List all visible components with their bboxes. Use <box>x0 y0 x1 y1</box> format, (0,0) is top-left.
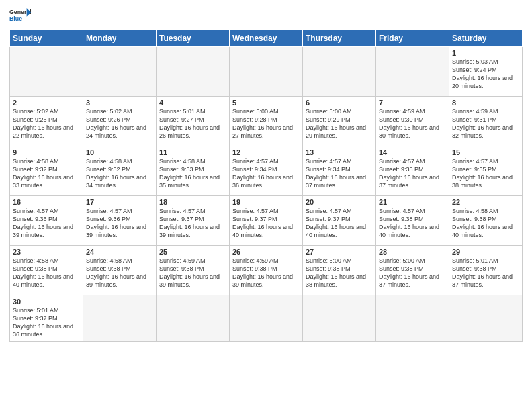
week-row-2: 2Sunrise: 5:02 AM Sunset: 9:25 PM Daylig… <box>10 97 523 146</box>
calendar-cell: 6Sunrise: 5:00 AM Sunset: 9:29 PM Daylig… <box>303 97 376 146</box>
calendar-cell: 30Sunrise: 5:01 AM Sunset: 9:37 PM Dayli… <box>10 295 83 342</box>
day-info: Sunrise: 5:00 AM Sunset: 9:29 PM Dayligh… <box>306 107 373 140</box>
day-number: 15 <box>452 148 519 156</box>
calendar-cell: 2Sunrise: 5:02 AM Sunset: 9:25 PM Daylig… <box>10 97 83 146</box>
calendar-cell: 3Sunrise: 5:02 AM Sunset: 9:26 PM Daylig… <box>83 97 157 146</box>
day-number: 14 <box>379 148 446 156</box>
calendar-cell: 8Sunrise: 4:59 AM Sunset: 9:31 PM Daylig… <box>449 97 523 146</box>
svg-text:Blue: Blue <box>9 15 22 22</box>
day-number: 5 <box>232 99 300 107</box>
day-info: Sunrise: 4:58 AM Sunset: 9:38 PM Dayligh… <box>86 257 153 289</box>
column-header-tuesday: Tuesday <box>157 30 230 47</box>
calendar-cell <box>230 295 303 342</box>
calendar-body: 1Sunrise: 5:03 AM Sunset: 9:24 PM Daylig… <box>10 47 523 342</box>
day-number: 26 <box>232 248 300 256</box>
day-info: Sunrise: 4:58 AM Sunset: 9:38 PM Dayligh… <box>13 257 80 289</box>
calendar-cell: 29Sunrise: 5:01 AM Sunset: 9:38 PM Dayli… <box>449 246 523 295</box>
day-info: Sunrise: 5:03 AM Sunset: 9:24 PM Dayligh… <box>452 58 519 91</box>
header: General Blue <box>9 7 523 26</box>
calendar-cell: 22Sunrise: 4:58 AM Sunset: 9:38 PM Dayli… <box>449 196 523 246</box>
day-number: 11 <box>159 148 226 156</box>
day-number: 25 <box>159 248 226 256</box>
column-header-thursday: Thursday <box>303 30 376 47</box>
calendar-cell: 15Sunrise: 4:57 AM Sunset: 9:35 PM Dayli… <box>449 146 523 196</box>
day-info: Sunrise: 4:59 AM Sunset: 9:38 PM Dayligh… <box>159 257 226 289</box>
day-number: 10 <box>86 148 153 156</box>
day-number: 12 <box>232 148 300 156</box>
day-number: 21 <box>379 198 446 206</box>
calendar-cell <box>303 295 376 342</box>
day-number: 16 <box>13 198 80 206</box>
calendar-cell <box>376 47 449 97</box>
calendar-cell <box>10 47 83 97</box>
day-number: 22 <box>452 198 519 206</box>
calendar-cell <box>83 295 157 342</box>
day-info: Sunrise: 4:57 AM Sunset: 9:37 PM Dayligh… <box>306 207 373 240</box>
column-header-friday: Friday <box>376 30 449 47</box>
day-info: Sunrise: 4:57 AM Sunset: 9:34 PM Dayligh… <box>306 157 373 190</box>
week-row-1: 1Sunrise: 5:03 AM Sunset: 9:24 PM Daylig… <box>10 47 523 97</box>
day-info: Sunrise: 4:59 AM Sunset: 9:31 PM Dayligh… <box>452 107 519 140</box>
day-number: 24 <box>86 248 153 256</box>
calendar-cell: 4Sunrise: 5:01 AM Sunset: 9:27 PM Daylig… <box>157 97 230 146</box>
day-info: Sunrise: 5:01 AM Sunset: 9:38 PM Dayligh… <box>452 257 519 289</box>
day-info: Sunrise: 4:57 AM Sunset: 9:38 PM Dayligh… <box>379 207 446 240</box>
day-number: 13 <box>306 148 373 156</box>
calendar-cell: 1Sunrise: 5:03 AM Sunset: 9:24 PM Daylig… <box>449 47 523 97</box>
day-info: Sunrise: 5:02 AM Sunset: 9:25 PM Dayligh… <box>13 107 80 140</box>
week-row-3: 9Sunrise: 4:58 AM Sunset: 9:32 PM Daylig… <box>10 146 523 196</box>
day-number: 1 <box>452 49 519 57</box>
day-info: Sunrise: 4:59 AM Sunset: 9:30 PM Dayligh… <box>379 107 446 140</box>
calendar-cell: 12Sunrise: 4:57 AM Sunset: 9:34 PM Dayli… <box>230 146 303 196</box>
day-info: Sunrise: 4:58 AM Sunset: 9:32 PM Dayligh… <box>86 157 153 190</box>
day-info: Sunrise: 4:57 AM Sunset: 9:34 PM Dayligh… <box>232 157 300 190</box>
day-number: 8 <box>452 99 519 107</box>
day-info: Sunrise: 5:00 AM Sunset: 9:28 PM Dayligh… <box>232 107 300 140</box>
calendar-cell: 17Sunrise: 4:57 AM Sunset: 9:36 PM Dayli… <box>83 196 157 246</box>
calendar-cell <box>449 295 523 342</box>
calendar-cell <box>230 47 303 97</box>
day-number: 18 <box>159 198 226 206</box>
day-number: 9 <box>13 148 80 156</box>
calendar-cell: 5Sunrise: 5:00 AM Sunset: 9:28 PM Daylig… <box>230 97 303 146</box>
generalblue-logo-icon: General Blue <box>9 7 31 26</box>
calendar-cell: 10Sunrise: 4:58 AM Sunset: 9:32 PM Dayli… <box>83 146 157 196</box>
day-info: Sunrise: 4:58 AM Sunset: 9:32 PM Dayligh… <box>13 157 80 190</box>
logo: General Blue <box>9 7 31 26</box>
calendar-cell: 20Sunrise: 4:57 AM Sunset: 9:37 PM Dayli… <box>303 196 376 246</box>
calendar-cell: 21Sunrise: 4:57 AM Sunset: 9:38 PM Dayli… <box>376 196 449 246</box>
calendar-cell: 26Sunrise: 4:59 AM Sunset: 9:38 PM Dayli… <box>230 246 303 295</box>
day-number: 20 <box>306 198 373 206</box>
day-number: 29 <box>452 248 519 256</box>
calendar-cell <box>83 47 157 97</box>
header-row: SundayMondayTuesdayWednesdayThursdayFrid… <box>10 30 523 47</box>
calendar-cell: 9Sunrise: 4:58 AM Sunset: 9:32 PM Daylig… <box>10 146 83 196</box>
week-row-4: 16Sunrise: 4:57 AM Sunset: 9:36 PM Dayli… <box>10 196 523 246</box>
day-info: Sunrise: 5:02 AM Sunset: 9:26 PM Dayligh… <box>86 107 153 140</box>
day-number: 6 <box>306 99 373 107</box>
calendar-cell: 25Sunrise: 4:59 AM Sunset: 9:38 PM Dayli… <box>157 246 230 295</box>
calendar-cell: 24Sunrise: 4:58 AM Sunset: 9:38 PM Dayli… <box>83 246 157 295</box>
day-info: Sunrise: 4:58 AM Sunset: 9:33 PM Dayligh… <box>159 157 226 190</box>
week-row-6: 30Sunrise: 5:01 AM Sunset: 9:37 PM Dayli… <box>10 295 523 342</box>
calendar-cell: 7Sunrise: 4:59 AM Sunset: 9:30 PM Daylig… <box>376 97 449 146</box>
day-number: 30 <box>13 298 80 306</box>
calendar-cell: 28Sunrise: 5:00 AM Sunset: 9:38 PM Dayli… <box>376 246 449 295</box>
day-number: 27 <box>306 248 373 256</box>
calendar-cell <box>157 47 230 97</box>
column-header-monday: Monday <box>83 30 157 47</box>
calendar-cell: 14Sunrise: 4:57 AM Sunset: 9:35 PM Dayli… <box>376 146 449 196</box>
column-header-wednesday: Wednesday <box>230 30 303 47</box>
day-info: Sunrise: 4:57 AM Sunset: 9:35 PM Dayligh… <box>452 157 519 190</box>
calendar-cell: 11Sunrise: 4:58 AM Sunset: 9:33 PM Dayli… <box>157 146 230 196</box>
day-info: Sunrise: 4:58 AM Sunset: 9:38 PM Dayligh… <box>452 207 519 240</box>
day-info: Sunrise: 4:57 AM Sunset: 9:36 PM Dayligh… <box>86 207 153 240</box>
day-number: 7 <box>379 99 446 107</box>
calendar-cell: 18Sunrise: 4:57 AM Sunset: 9:37 PM Dayli… <box>157 196 230 246</box>
day-info: Sunrise: 5:01 AM Sunset: 9:27 PM Dayligh… <box>159 107 226 140</box>
calendar-header: SundayMondayTuesdayWednesdayThursdayFrid… <box>10 30 523 47</box>
day-number: 17 <box>86 198 153 206</box>
day-info: Sunrise: 4:57 AM Sunset: 9:37 PM Dayligh… <box>159 207 226 240</box>
day-number: 3 <box>86 99 153 107</box>
column-header-sunday: Sunday <box>10 30 83 47</box>
